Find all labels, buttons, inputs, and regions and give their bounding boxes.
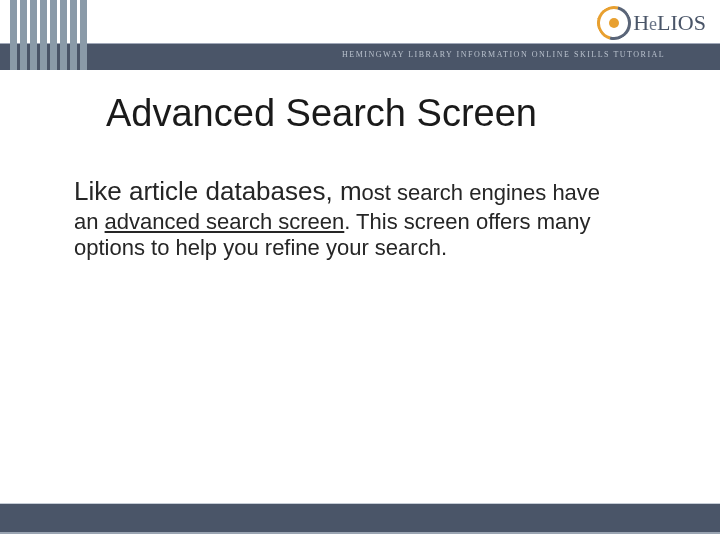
body-line2: an advanced search screen. This screen o… xyxy=(74,209,646,261)
body-rest: ost search engines have xyxy=(362,180,601,205)
footer-divider-dark xyxy=(0,532,720,534)
slide-body: Like article databases, most search engi… xyxy=(74,176,646,261)
body-lead: Like article databases, m xyxy=(74,176,362,206)
logo: HeLIOS xyxy=(597,6,706,40)
logo-text: HeLIOS xyxy=(633,10,706,36)
header-tagline: HEMINGWAY LIBRARY INFORMATION ONLINE SKI… xyxy=(342,50,665,59)
underlined-term: advanced search screen xyxy=(105,209,345,234)
footer-bar xyxy=(0,504,720,532)
logo-circle-icon xyxy=(597,6,631,40)
header-stripes-icon xyxy=(10,0,90,70)
slide-title: Advanced Search Screen xyxy=(106,92,537,135)
header-bar: HEMINGWAY LIBRARY INFORMATION ONLINE SKI… xyxy=(0,0,720,70)
